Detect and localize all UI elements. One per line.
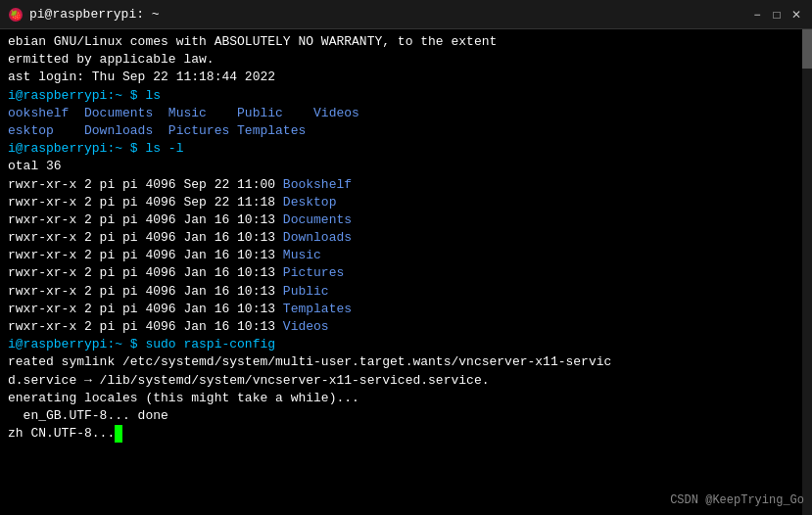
terminal-line: rwxr-xr-x 2 pi pi 4096 Jan 16 10:13 Docu…	[8, 211, 804, 229]
terminal-line: i@raspberrypi:~ $ ls -l	[8, 140, 804, 158]
window-controls: − □ ✕	[749, 7, 804, 23]
terminal-line: ast login: Thu Sep 22 11:18:44 2022	[8, 69, 804, 86]
cursor-block	[115, 425, 122, 443]
terminal-line: esktop Downloads Pictures Templates	[8, 122, 804, 140]
terminal-line: rwxr-xr-x 2 pi pi 4096 Sep 22 11:18 Desk…	[8, 194, 804, 211]
terminal-window: 🍓 pi@raspberrypi: ~ − □ ✕ ebian GNU/Linu…	[0, 0, 812, 515]
terminal-line: i@raspberrypi:~ $ ls	[8, 87, 804, 105]
terminal-line: ermitted by applicable law.	[8, 51, 804, 69]
terminal-line: rwxr-xr-x 2 pi pi 4096 Sep 22 11:00 Book…	[8, 176, 804, 194]
terminal-line: rwxr-xr-x 2 pi pi 4096 Jan 16 10:13 Down…	[8, 229, 804, 247]
title-bar: 🍓 pi@raspberrypi: ~ − □ ✕	[0, 0, 812, 29]
terminal-line: enerating locales (this might take a whi…	[8, 390, 804, 407]
terminal-line: en_GB.UTF-8... done	[8, 407, 804, 425]
terminal-line: rwxr-xr-x 2 pi pi 4096 Jan 16 10:13 Pict…	[8, 264, 804, 282]
terminal-output[interactable]: ebian GNU/Linux comes with ABSOLUTELY NO…	[0, 29, 812, 515]
terminal-line: rwxr-xr-x 2 pi pi 4096 Jan 16 10:13 Publ…	[8, 283, 804, 301]
terminal-line: reated symlink /etc/systemd/system/multi…	[8, 353, 804, 371]
minimize-button[interactable]: −	[749, 7, 765, 23]
terminal-line: rwxr-xr-x 2 pi pi 4096 Jan 16 10:13 Musi…	[8, 247, 804, 264]
watermark: CSDN @KeepTrying_Go	[670, 493, 804, 507]
scrollbar[interactable]	[802, 29, 812, 515]
terminal-line: rwxr-xr-x 2 pi pi 4096 Jan 16 10:13 Temp…	[8, 301, 804, 318]
terminal-line: d.service → /lib/systemd/system/vncserve…	[8, 372, 804, 390]
maximize-button[interactable]: □	[769, 7, 785, 23]
terminal-app-icon: 🍓	[8, 7, 24, 23]
terminal-line: rwxr-xr-x 2 pi pi 4096 Jan 16 10:13 Vide…	[8, 318, 804, 336]
close-button[interactable]: ✕	[788, 7, 804, 23]
terminal-line: ookshelf Documents Music Public Videos	[8, 105, 804, 122]
scrollbar-thumb[interactable]	[802, 29, 812, 69]
svg-text:🍓: 🍓	[10, 9, 23, 22]
title-bar-left: 🍓 pi@raspberrypi: ~	[8, 7, 160, 23]
terminal-line: i@raspberrypi:~ $ sudo raspi-config	[8, 336, 804, 353]
terminal-line: ebian GNU/Linux comes with ABSOLUTELY NO…	[8, 33, 804, 51]
window-title: pi@raspberrypi: ~	[29, 7, 160, 22]
terminal-line: zh CN.UTF-8...	[8, 425, 804, 443]
terminal-line: otal 36	[8, 158, 804, 175]
